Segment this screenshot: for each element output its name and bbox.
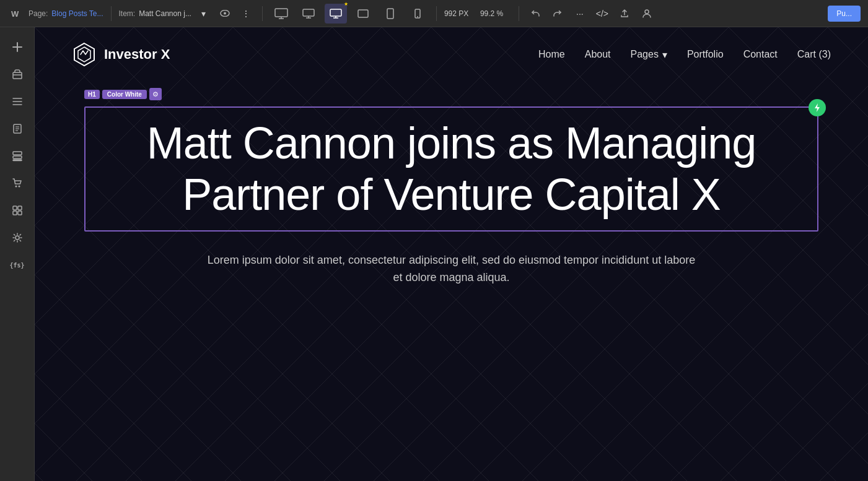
eye-icon[interactable] bbox=[216, 5, 234, 22]
px-display: 992 PX bbox=[444, 9, 475, 18]
item-name[interactable]: Matt Cannon j... bbox=[139, 9, 191, 18]
toolbar-item-section: Item: Matt Cannon j... ▾ ⋮ bbox=[119, 5, 255, 22]
item-label: Item: bbox=[119, 9, 136, 18]
components-btn[interactable] bbox=[5, 198, 30, 223]
more-options-icon[interactable]: ··· bbox=[571, 5, 589, 22]
logo-text: Investor X bbox=[104, 46, 170, 63]
nav-portfolio[interactable]: Portfolio bbox=[687, 49, 724, 60]
svg-rect-34 bbox=[18, 206, 22, 210]
nav-cart[interactable]: Cart (3) bbox=[797, 49, 831, 60]
more-icon[interactable]: ⋮ bbox=[237, 5, 255, 22]
publish-button[interactable]: Pu... bbox=[828, 6, 861, 22]
user-icon[interactable] bbox=[638, 5, 655, 22]
device-tablet-landscape-btn[interactable] bbox=[352, 4, 374, 24]
hero-content: H1 Color White ⚙ Matt Cannon joins as Ma… bbox=[35, 82, 868, 287]
h1-tag-label: H1 Color White ⚙ bbox=[84, 88, 162, 100]
h1-selected-wrapper: H1 Color White ⚙ Matt Cannon joins as Ma… bbox=[84, 106, 818, 232]
item-dropdown-icon[interactable]: ▾ bbox=[195, 5, 213, 22]
svg-rect-30 bbox=[13, 160, 22, 161]
page-name[interactable]: Blog Posts Te... bbox=[51, 9, 103, 18]
hero-subtitle: Lorem ipsum dolor sit amet, consectetur … bbox=[204, 251, 699, 287]
add-element-btn[interactable] bbox=[5, 35, 30, 59]
layers-btn[interactable] bbox=[5, 89, 30, 114]
main-area: {fs} bbox=[0, 27, 868, 481]
h1-badge: H1 bbox=[84, 90, 100, 99]
svg-rect-35 bbox=[13, 211, 17, 215]
toolbar-sep-3 bbox=[436, 6, 437, 21]
webflow-logo-icon[interactable]: W bbox=[7, 5, 25, 22]
toolbar: W Page: Blog Posts Te... Item: Matt Cann… bbox=[0, 0, 868, 27]
gear-badge-icon[interactable]: ⚙ bbox=[149, 88, 162, 100]
nav-pages[interactable]: Pages ▾ bbox=[631, 49, 667, 61]
cms-btn[interactable] bbox=[5, 144, 30, 168]
chevron-down-icon: ▾ bbox=[662, 49, 667, 61]
nav-home[interactable]: Home bbox=[538, 49, 565, 60]
website-preview: Investor X Home About Pages ▾ Portfolio … bbox=[35, 27, 868, 481]
zoom-display: 99.2 % bbox=[480, 9, 511, 18]
device-desktop-btn[interactable] bbox=[297, 4, 320, 24]
svg-rect-9 bbox=[330, 9, 341, 16]
device-tablet-btn[interactable] bbox=[379, 4, 401, 24]
svg-rect-36 bbox=[18, 211, 22, 215]
logo-icon bbox=[72, 42, 97, 67]
svg-marker-40 bbox=[78, 47, 90, 62]
lightning-icon[interactable] bbox=[809, 99, 826, 116]
code-icon[interactable]: </> bbox=[594, 5, 611, 22]
svg-rect-13 bbox=[387, 9, 393, 19]
svg-rect-29 bbox=[13, 156, 22, 158]
svg-rect-33 bbox=[13, 206, 17, 210]
svg-rect-3 bbox=[275, 9, 287, 17]
toolbar-page-section: W Page: Blog Posts Te... bbox=[7, 5, 103, 22]
pages-btn[interactable] bbox=[5, 116, 30, 141]
toolbar-sep-4 bbox=[519, 6, 519, 21]
svg-point-16 bbox=[645, 10, 649, 14]
svg-rect-28 bbox=[13, 152, 22, 155]
svg-point-2 bbox=[224, 12, 226, 15]
device-current-btn[interactable]: ★ bbox=[325, 4, 347, 24]
nav-links: Home About Pages ▾ Portfolio Contact Car… bbox=[538, 49, 831, 61]
export-icon[interactable] bbox=[616, 5, 633, 22]
undo-icon[interactable] bbox=[527, 5, 544, 22]
svg-point-32 bbox=[18, 186, 20, 188]
page-label: Page: bbox=[28, 9, 48, 18]
svg-text:W: W bbox=[11, 9, 19, 19]
svg-point-37 bbox=[15, 236, 19, 240]
device-mobile-btn[interactable] bbox=[406, 4, 429, 24]
box-btn[interactable] bbox=[5, 62, 30, 87]
canvas-area: Investor X Home About Pages ▾ Portfolio … bbox=[35, 27, 868, 481]
site-nav: Investor X Home About Pages ▾ Portfolio … bbox=[35, 27, 868, 82]
site-logo[interactable]: Investor X bbox=[72, 42, 170, 67]
svg-rect-19 bbox=[13, 72, 22, 79]
h1-selection-box[interactable]: Matt Cannon joins as Managing Partner of… bbox=[84, 106, 818, 232]
nav-contact[interactable]: Contact bbox=[743, 49, 778, 60]
color-white-badge: Color White bbox=[102, 90, 147, 99]
toolbar-sep-1 bbox=[111, 6, 112, 21]
svg-rect-12 bbox=[358, 10, 368, 17]
toolbar-right: Pu... bbox=[828, 6, 861, 22]
fonts-btn[interactable]: {fs} bbox=[5, 253, 30, 277]
settings-btn[interactable] bbox=[5, 225, 30, 250]
ecommerce-btn[interactable] bbox=[5, 171, 30, 196]
device-desktop-large-btn[interactable] bbox=[270, 4, 292, 24]
hero-title: Matt Cannon joins as Managing Partner of… bbox=[98, 118, 805, 220]
left-sidebar: {fs} bbox=[0, 27, 35, 481]
redo-icon[interactable] bbox=[549, 5, 566, 22]
svg-rect-6 bbox=[303, 9, 314, 16]
toolbar-sep-2 bbox=[262, 6, 263, 21]
svg-point-31 bbox=[15, 186, 17, 188]
nav-about[interactable]: About bbox=[585, 49, 611, 60]
